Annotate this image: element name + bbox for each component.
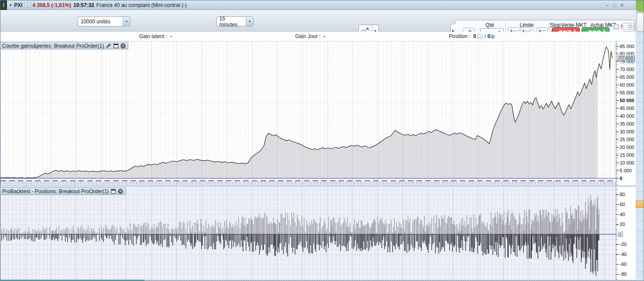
positions-histogram-chart bbox=[0, 187, 616, 280]
axis-label: 35 000 bbox=[616, 121, 634, 127]
panel-title: Courbe gains&pertes: Breakout ProOrder(1… bbox=[2, 43, 104, 49]
candlestick-icon bbox=[0, 0, 7, 10]
panel-title: ProBacktest - Positions: Breakout ProOrd… bbox=[2, 188, 109, 194]
axis-label: 80 bbox=[616, 192, 625, 197]
restore-window-icon[interactable] bbox=[113, 43, 119, 48]
axis-label: 25 000 bbox=[616, 137, 634, 142]
axis-label: 10 000 bbox=[616, 160, 634, 166]
axis-label: 55 000 bbox=[616, 90, 634, 96]
maximize-icon[interactable]: □ bbox=[613, 2, 616, 8]
symbol-dropdown-caret[interactable]: ▾ bbox=[9, 3, 12, 7]
qty-label: Qté bbox=[476, 22, 504, 28]
last-value-marker: 77 468 bbox=[617, 55, 635, 61]
chevron-down-icon[interactable]: ▾ bbox=[246, 17, 253, 26]
window-controls: – □ × bbox=[606, 0, 624, 10]
last-price: 4 308,5 (-1,61%) bbox=[33, 2, 71, 8]
units-dropdown[interactable]: 10000 unités ▾ bbox=[78, 16, 130, 26]
axis-label: 65 000 bbox=[616, 74, 634, 80]
close-icon[interactable]: × bbox=[621, 2, 624, 8]
timeframe-dropdown[interactable]: 15 minutes ▾ bbox=[216, 16, 254, 26]
equity-panel-title-chip: Courbe gains&pertes: Breakout ProOrder(1… bbox=[0, 42, 128, 49]
axis-label: 50 000 bbox=[616, 98, 634, 103]
positions-panel-title-chip: ProBacktest - Positions: Breakout ProOrd… bbox=[0, 187, 126, 195]
chevron-down-icon[interactable]: ▾ bbox=[123, 17, 130, 26]
background-window-strip bbox=[636, 0, 644, 281]
zero-marker: 0 bbox=[617, 231, 623, 237]
toolbar: 10000 unités ▾ 15 minutes ▾ ▾ ▶ Qté bbox=[0, 10, 636, 32]
axis-label: 5 000 bbox=[616, 168, 632, 174]
minimize-icon[interactable]: – bbox=[606, 2, 609, 8]
symbol-label: PXI bbox=[14, 2, 23, 8]
gain-jour: Gain Jour : - bbox=[295, 33, 325, 39]
axis-label: -60 bbox=[616, 262, 627, 267]
restore-window-icon[interactable] bbox=[111, 188, 116, 194]
equity-curve-chart bbox=[0, 42, 616, 185]
equity-y-axis: 77 468 85 00080 00075 00070 00065 00060 … bbox=[616, 42, 636, 185]
close-panel-icon[interactable]: × bbox=[118, 189, 123, 194]
instrument-name: France 40 au comptant (Mini-contrat (-) bbox=[96, 2, 187, 8]
axis-label: 20 000 bbox=[616, 145, 634, 150]
gears-icon[interactable]: ⚙ bbox=[490, 34, 495, 40]
axis-label: -80 bbox=[616, 271, 627, 277]
equity-chart-panel: Courbe gains&pertes: Breakout ProOrder(1… bbox=[0, 42, 616, 185]
s-value-input[interactable]: 10 bbox=[622, 23, 634, 30]
titlebar: ▾ PXI i 4 308,5 (-1,61%) 10:57:32 France… bbox=[0, 0, 636, 10]
axis-label: 40 000 bbox=[616, 113, 634, 119]
close-panel-icon[interactable]: × bbox=[120, 43, 126, 48]
background-window-edge bbox=[637, 13, 644, 32]
clock: 10:57:32 bbox=[73, 2, 94, 8]
axis-label: 15 000 bbox=[616, 152, 634, 158]
background-window-corner bbox=[636, 0, 644, 12]
prorealtime-window: ▾ PXI i 4 308,5 (-1,61%) 10:57:32 France… bbox=[0, 0, 644, 281]
position-status: Position : 0 / 0⚙ bbox=[449, 33, 495, 40]
positions-y-axis: 0 80604020-20-40-60-80 bbox=[616, 187, 636, 280]
status-row: Gain latent : - Gain Jour : - Position :… bbox=[0, 32, 636, 42]
screenshot-icon[interactable] bbox=[477, 34, 482, 39]
axis-label: 85 000 bbox=[616, 44, 634, 49]
axis-label: 30 000 bbox=[616, 129, 634, 135]
axis-label: -20 bbox=[616, 242, 627, 247]
axis-label: 0 bbox=[616, 176, 622, 181]
info-icon[interactable]: i bbox=[25, 2, 30, 8]
axis-label: 60 000 bbox=[616, 82, 634, 88]
positions-chart-panel: ProBacktest - Positions: Breakout ProOrd… bbox=[0, 187, 616, 280]
axis-label: -40 bbox=[616, 252, 627, 257]
wrench-icon[interactable] bbox=[106, 43, 111, 48]
stop-checkbox[interactable] bbox=[614, 24, 619, 29]
axis-label: 40 bbox=[616, 212, 625, 217]
axis-label: 70 000 bbox=[616, 67, 634, 72]
highlighted-row bbox=[636, 200, 644, 208]
axis-label: 60 bbox=[616, 202, 625, 207]
axis-label: 45 000 bbox=[616, 106, 634, 111]
axis-label: 20 bbox=[616, 222, 625, 227]
x-axis-tick-strip bbox=[0, 181, 616, 185]
gain-latent: Gain latent : - bbox=[139, 33, 172, 39]
